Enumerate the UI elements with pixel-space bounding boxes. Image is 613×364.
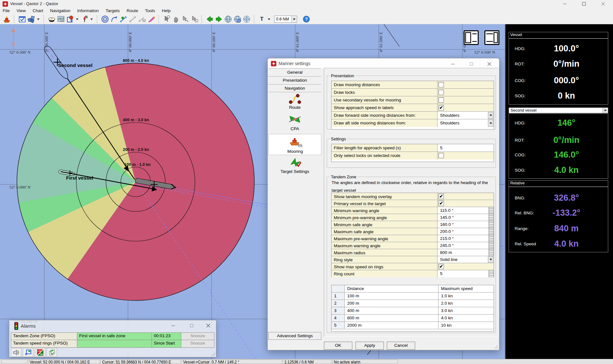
setting-row-max-safe[interactable]: Maximum safe angle200.0 ° bbox=[332, 228, 494, 235]
text-tool-caret[interactable] bbox=[268, 19, 270, 20]
snooze-button-1[interactable]: Snooze bbox=[181, 333, 214, 340]
target-rings-icon[interactable] bbox=[100, 15, 109, 24]
dialog-minimize-button[interactable] bbox=[448, 60, 458, 68]
cpa-item-label[interactable]: CPA bbox=[268, 126, 321, 131]
checkbox-primary-target[interactable]: ✔ bbox=[438, 201, 444, 206]
dialog-close-button[interactable] bbox=[484, 60, 494, 68]
ring-style-dropdown[interactable] bbox=[488, 256, 493, 263]
setting-row-min-prewarning[interactable]: Minimum pre-warning angle145.0 ° bbox=[332, 214, 494, 221]
layers-caret[interactable] bbox=[37, 19, 40, 20]
tab-presentation[interactable]: Presentation bbox=[268, 76, 321, 84]
add-route-icon[interactable] bbox=[119, 15, 128, 24]
alarm-window-button[interactable] bbox=[23, 348, 33, 357]
ring-count-spinner[interactable] bbox=[489, 270, 494, 277]
captain-hat-icon[interactable] bbox=[47, 15, 56, 24]
min-warning-spinner[interactable] bbox=[489, 207, 494, 214]
max-safe-spinner[interactable] bbox=[489, 228, 494, 235]
target-settings-icon[interactable] bbox=[289, 158, 302, 168]
menu-route[interactable]: Route bbox=[124, 8, 141, 14]
checkbox-show-approach-speed[interactable]: ✔ bbox=[438, 105, 444, 110]
checkbox-show-overlay[interactable]: ✔ bbox=[438, 194, 444, 199]
menu-chart[interactable]: Chart bbox=[30, 8, 46, 14]
max-prewarning-spinner[interactable] bbox=[489, 235, 494, 242]
min-prewarning-spinner[interactable] bbox=[489, 214, 494, 221]
setting-row-ring-count[interactable]: Ring count5 bbox=[332, 270, 494, 277]
checkbox-show-max-speed[interactable]: ✔ bbox=[438, 264, 444, 269]
menu-help[interactable]: Help bbox=[159, 8, 174, 14]
zoom-cursor-icon[interactable] bbox=[180, 15, 190, 24]
alarms-resize-grip[interactable] bbox=[211, 352, 215, 356]
screen-layout-button-1[interactable] bbox=[464, 30, 479, 45]
scale-dropdown-arrow[interactable] bbox=[291, 16, 296, 22]
menu-file[interactable]: File bbox=[0, 8, 12, 14]
checkbox-draw-mooring-distances[interactable] bbox=[438, 82, 444, 87]
menu-information[interactable]: Information bbox=[74, 8, 101, 14]
edit-route-icon[interactable] bbox=[128, 15, 137, 24]
globe-route-icon[interactable] bbox=[233, 15, 242, 24]
max-radius-spinner[interactable] bbox=[489, 249, 494, 256]
next-arrow-icon[interactable] bbox=[214, 15, 223, 24]
map-pin-caret[interactable] bbox=[76, 19, 78, 20]
setting-row-max-radius[interactable]: Maximum radius800 m bbox=[332, 249, 494, 256]
select-cursor-icon[interactable] bbox=[162, 15, 171, 24]
second-vessel-selector-arrow[interactable] bbox=[602, 108, 608, 113]
alarms-minimize-button[interactable] bbox=[168, 322, 178, 329]
advanced-settings-button[interactable]: Advanced Settings bbox=[268, 332, 321, 340]
chart-image-icon[interactable] bbox=[56, 15, 65, 24]
prev-arrow-icon[interactable] bbox=[205, 15, 214, 24]
dialog-resize-grip[interactable] bbox=[494, 345, 498, 349]
setting-row-primary-target[interactable]: Primary vessel is the target✔ bbox=[332, 200, 494, 207]
setting-row-max-prewarning[interactable]: Maximum pre-warning angle215.0 ° bbox=[332, 235, 494, 242]
route-icon[interactable] bbox=[288, 93, 302, 104]
globe-grid-icon[interactable] bbox=[242, 15, 251, 24]
alarm-row-tandem-zone[interactable]: Tandem Zone (FPSO) First vessel in safe … bbox=[11, 333, 214, 340]
alarms-maximize-button[interactable] bbox=[187, 322, 196, 329]
setting-row-use-secondary-vessels[interactable]: Use secondary vessels for mooring bbox=[332, 96, 494, 104]
dialog-maximize-button[interactable] bbox=[467, 60, 476, 68]
setting-row-draw-locks[interactable]: Draw locks bbox=[332, 89, 494, 96]
north-arrow-caret[interactable] bbox=[90, 19, 93, 20]
alarm-row-speed-rings[interactable]: Tandem speed rings (FPSO) Since Start Sn… bbox=[11, 340, 214, 347]
checkbox-use-secondary-vessels[interactable] bbox=[438, 97, 444, 103]
north-arrow-icon[interactable]: N bbox=[80, 15, 89, 24]
scale-combobox[interactable]: 0.6 NM bbox=[274, 16, 297, 23]
pilot-boat-icon[interactable] bbox=[2, 15, 11, 24]
speed-table-row-5[interactable]: 5 2000 m 10 kn bbox=[332, 322, 494, 329]
second-vessel-selector[interactable]: Second vessel bbox=[509, 108, 608, 113]
speed-table-row-3[interactable]: 3 400 m 3.0 kn bbox=[332, 307, 494, 315]
apply-button[interactable]: Apply bbox=[355, 342, 384, 350]
checklist-window-icon[interactable] bbox=[17, 15, 26, 24]
checkbox-draw-locks[interactable] bbox=[438, 90, 444, 95]
setting-row-ring-style[interactable]: Ring styleSolid line bbox=[332, 256, 494, 263]
alarm-lo-uk-button[interactable]: LOUK bbox=[35, 348, 45, 357]
target-settings-item-label[interactable]: Target Settings bbox=[268, 169, 321, 174]
highlight-pen-icon[interactable] bbox=[146, 15, 156, 24]
setting-row-min-warning[interactable]: Minimum warning angle115.0 ° bbox=[332, 207, 494, 214]
forward-mooring-dropdown[interactable] bbox=[488, 112, 493, 119]
alarm-refresh-button[interactable] bbox=[47, 348, 57, 357]
ok-button[interactable]: OK bbox=[324, 342, 352, 350]
minimize-button[interactable] bbox=[557, 0, 572, 8]
setting-row-show-max-speed[interactable]: Show max speed on rings✔ bbox=[332, 263, 494, 270]
speed-table-row-2[interactable]: 2 200 m 2.0 kn bbox=[332, 300, 494, 307]
aft-mooring-dropdown[interactable] bbox=[488, 120, 493, 127]
cpa-icon[interactable] bbox=[288, 114, 302, 125]
alarms-close-button[interactable] bbox=[203, 322, 213, 329]
bearing-arrow-icon[interactable] bbox=[109, 15, 119, 24]
max-warning-spinner[interactable] bbox=[489, 242, 494, 249]
menu-navigation[interactable]: Navigation bbox=[47, 8, 73, 14]
close-button[interactable] bbox=[596, 0, 610, 8]
globe-icon[interactable] bbox=[223, 15, 233, 24]
setting-row-show-overlay[interactable]: Show tandem mooring overlay✔ bbox=[332, 193, 494, 200]
delete-route-icon[interactable] bbox=[137, 15, 146, 24]
setting-row-show-approach-speed[interactable]: Show approach speed in labels ✔ bbox=[332, 104, 494, 112]
text-tool-icon[interactable]: T bbox=[257, 15, 266, 24]
setting-row-draw-mooring-distances[interactable]: Draw mooring distances bbox=[332, 81, 494, 89]
dialog-titlebar[interactable]: Mariner settings bbox=[268, 58, 499, 69]
checkbox-only-locks[interactable] bbox=[438, 153, 444, 158]
menu-view[interactable]: View bbox=[14, 8, 28, 14]
alarm-sound-button[interactable] bbox=[11, 348, 21, 357]
setting-row-aft-mooring-from[interactable]: Draw aft side mooring distances from: Sh… bbox=[332, 119, 494, 127]
screen-layout-button-2[interactable] bbox=[484, 30, 499, 45]
cancel-button[interactable]: Cancel bbox=[387, 342, 415, 350]
